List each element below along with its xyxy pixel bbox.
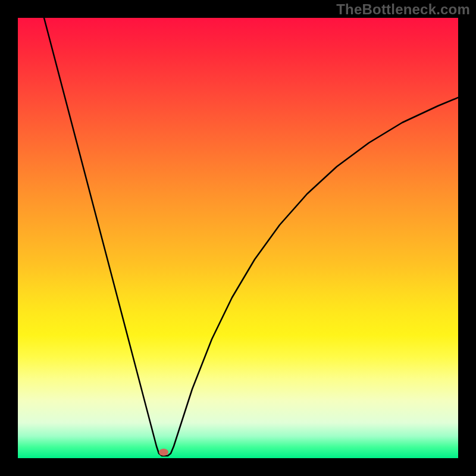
optimal-point-marker <box>159 449 168 456</box>
chart-overlay <box>18 18 458 458</box>
bottleneck-curve <box>44 18 458 456</box>
watermark-text: TheBottleneck.com <box>336 1 470 18</box>
chart-frame: TheBottleneck.com <box>0 0 476 476</box>
